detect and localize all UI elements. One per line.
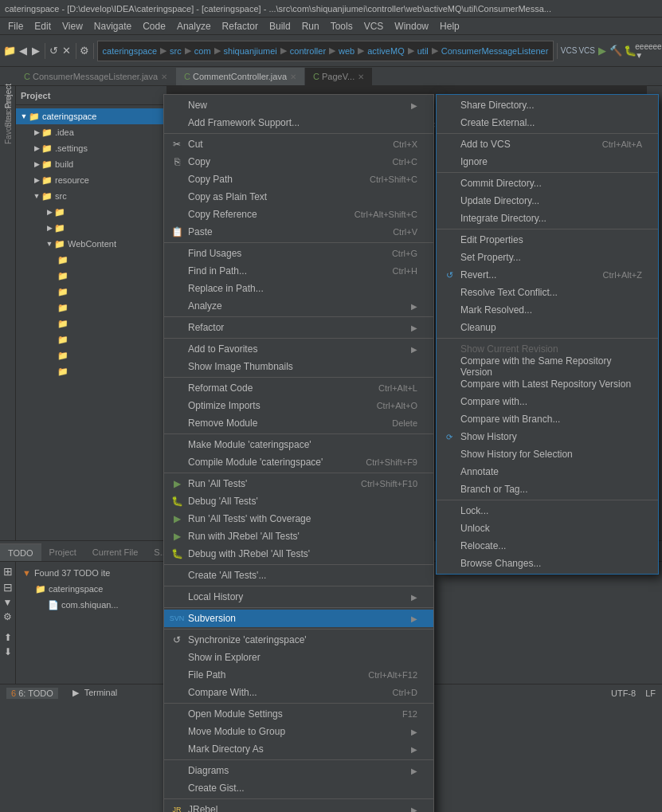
toolbar-settings-btn[interactable]: ⚙: [79, 41, 90, 61]
nav-controller[interactable]: controller: [290, 46, 326, 56]
tree-item-idea[interactable]: ▶ 📁 .idea: [16, 124, 166, 140]
tree-item-selected[interactable]: ▼ 📁 cateringspace: [16, 108, 166, 124]
tree-item-wcsub8[interactable]: 📁: [16, 363, 166, 379]
tree-item-resource[interactable]: ▶ 📁 resource: [16, 172, 166, 188]
ctx-jrebel[interactable]: JR JRebel ▶: [164, 801, 433, 812]
project-panel: Project ▼ 📁 cateringspace ▶ 📁 .idea ▶ 📁 …: [16, 86, 167, 540]
ctx-move-module[interactable]: Move Module to Group ▶: [164, 723, 433, 740]
tab-project-bottom[interactable]: Project: [41, 543, 84, 561]
todo-cateringspace[interactable]: 📁 cateringspace: [16, 581, 662, 597]
tree-item-wcsub1[interactable]: 📁: [16, 252, 166, 268]
title-text: cateringspace - [D:\develop\IDEA\caterin…: [5, 4, 551, 14]
toolbar-eeeeee-btn[interactable]: eeeeee ▼: [638, 41, 659, 61]
tree-item-webcontent[interactable]: ▼ 📁 WebContent: [16, 236, 166, 252]
tree-item-wcsub5[interactable]: 📁: [16, 316, 166, 331]
tab-todo[interactable]: TODO: [0, 543, 41, 561]
toolbar-vcs-btn[interactable]: VCS: [561, 41, 578, 61]
tree-item-wcsub3[interactable]: 📁: [16, 284, 166, 300]
nav-src[interactable]: src: [170, 46, 182, 56]
tree-item-wcsub6[interactable]: 📁: [16, 331, 166, 347]
settings-btn[interactable]: ⚙: [3, 611, 12, 622]
tree-item-settings[interactable]: ▶ 📁 .settings: [16, 140, 166, 156]
menu-analyze[interactable]: Analyze: [172, 19, 216, 33]
tab-close-icon[interactable]: ✕: [161, 73, 167, 81]
folder-icon5: 📁: [41, 175, 53, 186]
menu-file[interactable]: File: [3, 19, 28, 33]
tree-item-wcsub7[interactable]: 📁: [16, 347, 166, 363]
toolbar-build-btn[interactable]: 🔨: [609, 41, 622, 61]
toolbar-back-btn[interactable]: ◀: [18, 41, 29, 61]
tree-item-build[interactable]: ▶ 📁 build: [16, 156, 166, 172]
filter-btn[interactable]: ▼: [3, 597, 13, 608]
scroll-up-btn[interactable]: ⬆: [4, 632, 12, 643]
tree-item-wcsub4[interactable]: 📁: [16, 300, 166, 316]
nav-shiquanjiumei[interactable]: shiquanjiumei: [224, 46, 277, 56]
nav-consumermessagelistener[interactable]: ConsumerMessageListener: [441, 46, 549, 56]
statusbar: 6 6: TODO ▶ Terminal UTF-8 LF: [0, 684, 662, 701]
tab-consumermessagelistener[interactable]: C ConsumerMessageListener.java ✕: [16, 68, 176, 85]
toolbar-refresh-btn[interactable]: ↺: [49, 41, 60, 61]
folder-icon: 📁: [29, 112, 40, 122]
terminal-icon: ▶: [72, 688, 79, 697]
web-strip-icon[interactable]: Web: [651, 97, 659, 112]
ctx-create-gist[interactable]: Create Gist...: [164, 779, 433, 797]
expand-icon3: ▶: [32, 144, 41, 152]
menu-refactor[interactable]: Refactor: [217, 19, 263, 33]
tab-current-file[interactable]: Current File: [84, 543, 146, 561]
tab-pagev[interactable]: C PageV... ✕: [305, 68, 373, 85]
favorites-strip-icon[interactable]: Favorites: [2, 121, 14, 134]
status-terminal[interactable]: ▶ Terminal: [68, 687, 122, 699]
tab-close-pagev-icon[interactable]: ✕: [358, 73, 364, 81]
editor-content: controller.web.activeMQ.util. .jms.suppo…: [167, 86, 646, 139]
tree-item-src[interactable]: ▼ 📁 src: [16, 188, 166, 204]
menu-tools[interactable]: Tools: [326, 19, 358, 33]
folder-icon4: 📁: [41, 159, 53, 170]
toolbar-run-btn[interactable]: ▶: [597, 41, 608, 61]
expand-all-btn[interactable]: ⊞: [3, 565, 13, 578]
jrebel2-icon: JR: [170, 803, 183, 812]
jrebel-arrow-icon: ▶: [411, 806, 417, 813]
toolbar-vcs2-btn[interactable]: VCS: [578, 41, 595, 61]
nav-project[interactable]: cateringspace: [103, 46, 158, 56]
toolbar-sep1: [45, 43, 45, 59]
menu-code[interactable]: Code: [138, 19, 170, 33]
tab-close-active-icon[interactable]: ✕: [290, 73, 296, 81]
bottom-tabs: TODO Project Current File S...: [0, 541, 662, 562]
tree-item-sub2[interactable]: ▶ 📁: [16, 220, 166, 236]
ctx-open-module-settings[interactable]: Open Module Settings F12: [164, 705, 433, 723]
tree-item-wcsub2[interactable]: 📁: [16, 268, 166, 284]
left-strip: Project Structure Favorites: [0, 86, 16, 540]
toolbar: 📁 ◀ ▶ ↺ ✕ ⚙ cateringspace ▶ src ▶ com ▶ …: [0, 35, 662, 67]
nav-web[interactable]: web: [339, 46, 355, 56]
menu-run[interactable]: Run: [297, 19, 324, 33]
code-line-1: controller.web.activeMQ.util.: [174, 92, 640, 106]
status-left: 6 6: TODO ▶ Terminal: [6, 687, 122, 699]
toolbar-project-btn[interactable]: 📁: [3, 41, 16, 61]
nav-activemq[interactable]: activeMQ: [367, 46, 404, 56]
todo-found-text: Found 37 TODO ite: [34, 568, 111, 578]
menu-build[interactable]: Build: [264, 19, 296, 33]
menu-vcs[interactable]: VCS: [359, 19, 389, 33]
menu-view[interactable]: View: [57, 19, 88, 33]
menu-navigate[interactable]: Navigate: [89, 19, 136, 33]
code-line-2: [174, 106, 640, 120]
status-todo[interactable]: 6 6: TODO: [6, 688, 58, 699]
ctx-mark-directory[interactable]: Mark Directory As ▶: [164, 740, 433, 758]
menu-window[interactable]: Window: [390, 19, 433, 33]
nav-com[interactable]: com: [194, 46, 211, 56]
scroll-down-btn[interactable]: ⬇: [4, 646, 12, 657]
titlebar: cateringspace - [D:\develop\IDEA\caterin…: [0, 0, 662, 18]
tab-commentcontroller[interactable]: C CommentController.java ✕: [176, 68, 305, 85]
ctx-diagrams[interactable]: Diagrams ▶: [164, 762, 433, 779]
menu-edit[interactable]: Edit: [29, 19, 56, 33]
collapse-all-btn[interactable]: ⊟: [3, 581, 13, 594]
toolbar-stop-btn[interactable]: ✕: [61, 41, 72, 61]
nav-util[interactable]: util: [417, 46, 429, 56]
expand-icon9: ▼: [45, 240, 54, 248]
tab-scope-based[interactable]: S...: [146, 543, 175, 561]
tree-item-sub1[interactable]: ▶ 📁: [16, 204, 166, 220]
toolbar-forward-btn[interactable]: ▶: [30, 41, 41, 61]
diagrams-arrow-icon: ▶: [411, 767, 417, 775]
menu-help[interactable]: Help: [435, 19, 464, 33]
todo-com-shiquan[interactable]: 📄 com.shiquan...: [16, 597, 662, 613]
